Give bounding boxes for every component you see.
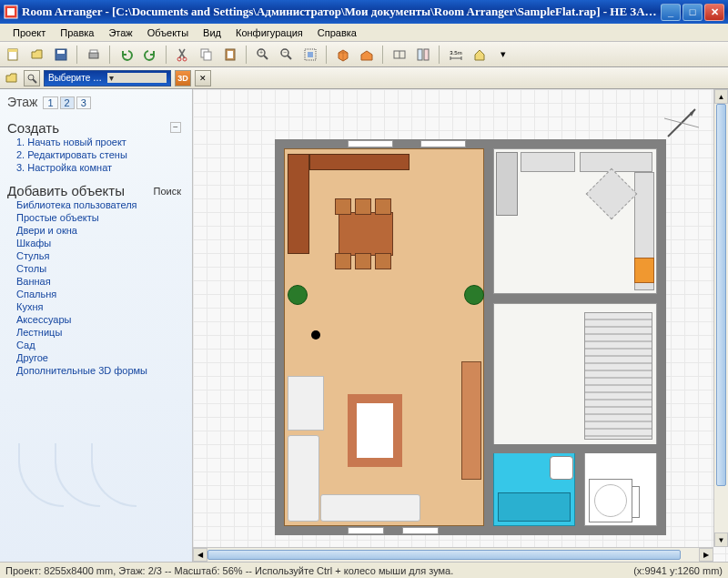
window-object[interactable] <box>348 140 393 147</box>
toolbar-zoom-in-button[interactable]: + <box>253 45 273 65</box>
floor-3-button[interactable]: 3 <box>76 96 91 109</box>
scroll-thumb-h[interactable] <box>207 550 681 560</box>
toolbar-cut-button[interactable] <box>173 45 193 65</box>
plant-object[interactable] <box>288 285 308 305</box>
chair-object[interactable] <box>335 198 351 215</box>
canvas-area[interactable]: Boiler <box>193 89 728 562</box>
svg-rect-11 <box>204 52 211 60</box>
cat-user-library[interactable]: Библиотека пользователя <box>7 198 185 211</box>
chair-object[interactable] <box>355 253 371 269</box>
library-select-input[interactable]: Выберите библиотеку... ▾ <box>44 70 171 86</box>
3d-toggle-button[interactable]: 3D <box>175 70 191 86</box>
library-search-button[interactable] <box>24 70 40 86</box>
cat-tables[interactable]: Столы <box>7 262 185 275</box>
stove-object[interactable] <box>634 258 654 283</box>
fridge-object[interactable] <box>496 152 518 216</box>
cat-kitchen[interactable]: Кухня <box>7 300 185 313</box>
wall <box>484 148 493 526</box>
horizontal-scrollbar[interactable]: ◀ ▶ <box>193 547 713 562</box>
toolbar-open-button[interactable] <box>27 45 47 65</box>
maximize-button[interactable]: □ <box>682 4 703 21</box>
sofa-object[interactable] <box>288 435 319 522</box>
menu-objects[interactable]: Объекты <box>140 25 196 40</box>
library-folder-button[interactable] <box>4 70 20 86</box>
toolbar-new-button[interactable] <box>4 45 24 65</box>
chair-object[interactable] <box>335 253 351 269</box>
cat-bathroom[interactable]: Ванная <box>7 275 185 288</box>
plant-object[interactable] <box>464 285 484 305</box>
chair-object[interactable] <box>355 198 371 215</box>
shower-object[interactable] <box>589 479 632 522</box>
window-object[interactable] <box>402 527 439 534</box>
svg-line-18 <box>288 56 291 59</box>
toolbar-print-button[interactable] <box>84 45 104 65</box>
cat-garden[interactable]: Сад <box>7 339 185 351</box>
chair-object[interactable] <box>375 253 391 269</box>
close-button[interactable]: ✕ <box>704 4 724 21</box>
create-item-rooms[interactable]: 3. Настройка комнат <box>7 161 185 174</box>
cat-simple-objects[interactable]: Простые объекты <box>7 211 185 224</box>
window-object[interactable] <box>348 527 384 534</box>
toolbar-zoom-out-button[interactable]: − <box>277 45 297 65</box>
floor-2-button[interactable]: 2 <box>60 96 75 109</box>
menu-help[interactable]: Справка <box>310 25 364 40</box>
cat-accessories[interactable]: Аксессуары <box>7 313 185 326</box>
lamp-object[interactable] <box>311 330 320 340</box>
cat-wardrobes[interactable]: Шкафы <box>7 237 185 249</box>
chair-object[interactable] <box>375 198 391 215</box>
toolbar-3d-room-button[interactable] <box>357 45 377 65</box>
menu-floor[interactable]: Этаж <box>101 25 139 40</box>
floor-plan[interactable]: Boiler <box>275 139 666 535</box>
menu-project[interactable]: Проект <box>5 25 53 40</box>
cat-doors-windows[interactable]: Двери и окна <box>7 224 185 237</box>
library-close-button[interactable]: ✕ <box>195 70 211 86</box>
scroll-left-button[interactable]: ◀ <box>193 548 207 562</box>
minimize-button[interactable]: _ <box>661 4 681 21</box>
cat-stairs[interactable]: Лестницы <box>7 326 185 339</box>
tv-cabinet-object[interactable] <box>461 361 481 480</box>
scroll-right-button[interactable]: ▶ <box>699 548 713 562</box>
toolbar-dropdown-button[interactable]: ▾ <box>493 45 513 65</box>
cat-bedroom[interactable]: Спальня <box>7 288 185 300</box>
cat-chairs[interactable]: Стулья <box>7 249 185 262</box>
menu-view[interactable]: Вид <box>196 25 228 40</box>
svg-line-34 <box>664 118 699 127</box>
toilet-object[interactable] <box>550 456 573 480</box>
vertical-scrollbar[interactable]: ▲ ▼ <box>713 89 728 547</box>
armchair-object[interactable] <box>288 376 324 431</box>
scroll-down-button[interactable]: ▼ <box>714 532 728 547</box>
cat-other[interactable]: Другое <box>7 351 185 364</box>
sofa-object[interactable] <box>320 494 420 522</box>
scroll-thumb-v[interactable] <box>716 104 726 486</box>
floor-1-button[interactable]: 1 <box>43 96 57 109</box>
counter-object[interactable] <box>580 152 652 172</box>
menu-edit[interactable]: Правка <box>53 25 101 40</box>
toolbar-walls-button[interactable] <box>389 45 410 65</box>
toolbar-paste-button[interactable] <box>220 45 240 65</box>
cabinet-object[interactable] <box>309 154 410 170</box>
toolbar-copy-button[interactable] <box>197 45 217 65</box>
cabinet-object[interactable] <box>288 154 309 254</box>
collapse-create-button[interactable]: − <box>170 122 181 133</box>
create-item-walls[interactable]: 2. Редактировать стены <box>7 148 185 161</box>
cat-3d-shapes[interactable]: Дополнительные 3D формы <box>7 364 185 377</box>
toolbar-undo-button[interactable] <box>116 45 136 65</box>
toolbar-measure-button[interactable]: 3.5m <box>446 45 466 65</box>
create-item-new[interactable]: 1. Начать новый проект <box>7 136 185 148</box>
dining-table-object[interactable] <box>339 212 393 256</box>
toolbar-zoom-fit-button[interactable] <box>300 45 320 65</box>
toolbar-rooms-button[interactable] <box>413 45 433 65</box>
search-link[interactable]: Поиск <box>154 186 181 197</box>
staircase-object[interactable] <box>584 312 652 440</box>
counter-object[interactable] <box>521 152 575 172</box>
library-bar: Выберите библиотеку... ▾ 3D ✕ <box>0 67 728 89</box>
toolbar-redo-button[interactable] <box>140 45 160 65</box>
menu-config[interactable]: Конфигурация <box>228 25 310 40</box>
scroll-up-button[interactable]: ▲ <box>714 89 728 104</box>
window-object[interactable] <box>420 140 466 147</box>
toolbar-3d-view-button[interactable] <box>333 45 353 65</box>
toolbar-home-button[interactable] <box>470 45 490 65</box>
toolbar-save-button[interactable] <box>51 45 71 65</box>
bath-object[interactable] <box>498 492 571 522</box>
coffee-table-object[interactable] <box>348 394 402 467</box>
